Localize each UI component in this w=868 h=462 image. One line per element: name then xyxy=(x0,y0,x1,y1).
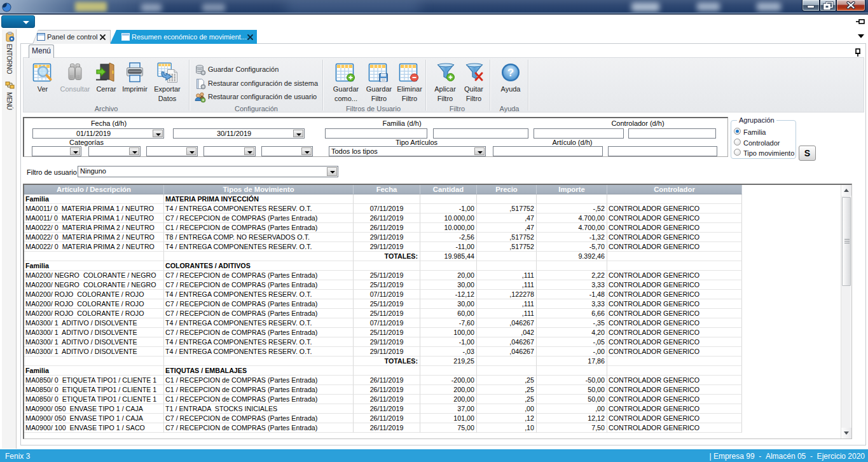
svg-text:?: ? xyxy=(507,67,514,79)
